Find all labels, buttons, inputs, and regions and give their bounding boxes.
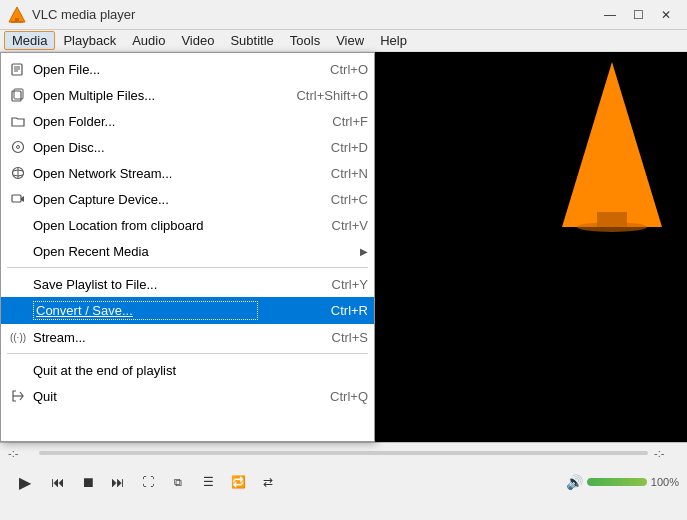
stop-button[interactable]: ⏹ bbox=[74, 468, 102, 496]
loop-button[interactable]: 🔁 bbox=[224, 468, 252, 496]
quit-label: Quit bbox=[33, 389, 258, 404]
convert-save-icon bbox=[7, 302, 29, 320]
svg-point-9 bbox=[13, 142, 24, 153]
menu-media[interactable]: Media bbox=[4, 31, 55, 50]
menu-open-multiple[interactable]: Open Multiple Files... Ctrl+Shift+O bbox=[1, 82, 374, 108]
save-playlist-label: Save Playlist to File... bbox=[33, 277, 258, 292]
bottom-controls: -:- -:- ▶ ⏮ ⏹ ⏭ ⛶ ⧉ ☰ 🔁 ⇄ 🔊 100% bbox=[0, 442, 687, 520]
menu-video[interactable]: Video bbox=[173, 31, 222, 50]
menu-open-capture[interactable]: Open Capture Device... Ctrl+C bbox=[1, 186, 374, 212]
menu-stream[interactable]: ((·)) Stream... Ctrl+S bbox=[1, 324, 374, 350]
menu-view[interactable]: View bbox=[328, 31, 372, 50]
random-button[interactable]: ⇄ bbox=[254, 468, 282, 496]
close-button[interactable]: ✕ bbox=[653, 5, 679, 25]
quit-icon bbox=[7, 387, 29, 405]
menu-tools[interactable]: Tools bbox=[282, 31, 328, 50]
play-button[interactable]: ▶ bbox=[8, 465, 42, 499]
title-bar: VLC media player — ☐ ✕ bbox=[0, 0, 687, 30]
open-location-icon bbox=[7, 216, 29, 234]
open-multiple-label: Open Multiple Files... bbox=[33, 88, 258, 103]
vlc-icon bbox=[8, 6, 26, 24]
open-recent-icon bbox=[7, 242, 29, 260]
menu-open-location[interactable]: Open Location from clipboard Ctrl+V bbox=[1, 212, 374, 238]
convert-save-shortcut: Ctrl+R bbox=[278, 303, 368, 318]
volume-bar[interactable] bbox=[587, 478, 647, 486]
open-network-icon bbox=[7, 164, 29, 182]
menu-playback[interactable]: Playback bbox=[55, 31, 124, 50]
stream-label: Stream... bbox=[33, 330, 258, 345]
svg-point-18 bbox=[577, 222, 647, 232]
extended-button[interactable]: ⧉ bbox=[164, 468, 192, 496]
menu-audio[interactable]: Audio bbox=[124, 31, 173, 50]
menu-open-recent[interactable]: Open Recent Media ▶ bbox=[1, 238, 374, 264]
open-file-shortcut: Ctrl+O bbox=[278, 62, 368, 77]
main-area: Open File... Ctrl+O Open Multiple Files.… bbox=[0, 52, 687, 442]
save-playlist-shortcut: Ctrl+Y bbox=[278, 277, 368, 292]
volume-label: 100% bbox=[651, 476, 679, 488]
next-button[interactable]: ⏭ bbox=[104, 468, 132, 496]
seek-bar[interactable] bbox=[39, 451, 648, 455]
menu-open-file[interactable]: Open File... Ctrl+O bbox=[1, 56, 374, 82]
open-recent-arrow: ▶ bbox=[360, 246, 368, 257]
controls-row: ▶ ⏮ ⏹ ⏭ ⛶ ⧉ ☰ 🔁 ⇄ 🔊 100% bbox=[0, 459, 687, 505]
seek-start: -:- bbox=[8, 447, 33, 459]
menu-quit[interactable]: Quit Ctrl+Q bbox=[1, 383, 374, 409]
media-dropdown: Open File... Ctrl+O Open Multiple Files.… bbox=[0, 52, 375, 442]
open-capture-shortcut: Ctrl+C bbox=[278, 192, 368, 207]
open-folder-label: Open Folder... bbox=[33, 114, 258, 129]
playlist-button[interactable]: ☰ bbox=[194, 468, 222, 496]
open-file-icon bbox=[7, 60, 29, 78]
open-location-shortcut: Ctrl+V bbox=[278, 218, 368, 233]
separator-2 bbox=[7, 353, 368, 354]
menu-convert-save[interactable]: Convert / Save... Ctrl+R bbox=[1, 297, 374, 324]
svg-point-10 bbox=[17, 146, 20, 149]
svg-rect-13 bbox=[12, 195, 21, 202]
app-title: VLC media player bbox=[32, 7, 597, 22]
menu-subtitle[interactable]: Subtitle bbox=[222, 31, 281, 50]
menu-bar: Media Playback Audio Video Subtitle Tool… bbox=[0, 30, 687, 52]
quit-playlist-label: Quit at the end of playlist bbox=[33, 363, 258, 378]
menu-quit-playlist[interactable]: Quit at the end of playlist bbox=[1, 357, 374, 383]
open-recent-label: Open Recent Media bbox=[33, 244, 246, 259]
open-multiple-shortcut: Ctrl+Shift+O bbox=[278, 88, 368, 103]
window-controls: — ☐ ✕ bbox=[597, 5, 679, 25]
stream-shortcut: Ctrl+S bbox=[278, 330, 368, 345]
seek-bar-area: -:- -:- bbox=[0, 443, 687, 459]
volume-icon: 🔊 bbox=[566, 474, 583, 490]
volume-area: 🔊 100% bbox=[566, 474, 679, 490]
open-capture-icon bbox=[7, 190, 29, 208]
volume-fill bbox=[587, 478, 647, 486]
maximize-button[interactable]: ☐ bbox=[625, 5, 651, 25]
open-network-shortcut: Ctrl+N bbox=[278, 166, 368, 181]
quit-playlist-icon bbox=[7, 361, 29, 379]
save-playlist-icon bbox=[7, 275, 29, 293]
open-folder-shortcut: Ctrl+F bbox=[278, 114, 368, 129]
open-multiple-icon bbox=[7, 86, 29, 104]
fullscreen-button[interactable]: ⛶ bbox=[134, 468, 162, 496]
prev-button[interactable]: ⏮ bbox=[44, 468, 72, 496]
menu-save-playlist[interactable]: Save Playlist to File... Ctrl+Y bbox=[1, 271, 374, 297]
open-file-label: Open File... bbox=[33, 62, 258, 77]
quit-shortcut: Ctrl+Q bbox=[278, 389, 368, 404]
convert-save-label: Convert / Save... bbox=[33, 301, 258, 320]
open-location-label: Open Location from clipboard bbox=[33, 218, 258, 233]
open-disc-label: Open Disc... bbox=[33, 140, 258, 155]
open-disc-icon bbox=[7, 138, 29, 156]
menu-open-disc[interactable]: Open Disc... Ctrl+D bbox=[1, 134, 374, 160]
open-disc-shortcut: Ctrl+D bbox=[278, 140, 368, 155]
stream-icon: ((·)) bbox=[7, 328, 29, 346]
open-network-label: Open Network Stream... bbox=[33, 166, 258, 181]
svg-marker-16 bbox=[562, 62, 662, 227]
menu-open-network[interactable]: Open Network Stream... Ctrl+N bbox=[1, 160, 374, 186]
menu-help[interactable]: Help bbox=[372, 31, 415, 50]
minimize-button[interactable]: — bbox=[597, 5, 623, 25]
open-folder-icon bbox=[7, 112, 29, 130]
open-capture-label: Open Capture Device... bbox=[33, 192, 258, 207]
svg-rect-1 bbox=[15, 18, 19, 21]
menu-open-folder[interactable]: Open Folder... Ctrl+F bbox=[1, 108, 374, 134]
video-display bbox=[375, 52, 687, 442]
separator-1 bbox=[7, 267, 368, 268]
seek-end: -:- bbox=[654, 447, 679, 459]
